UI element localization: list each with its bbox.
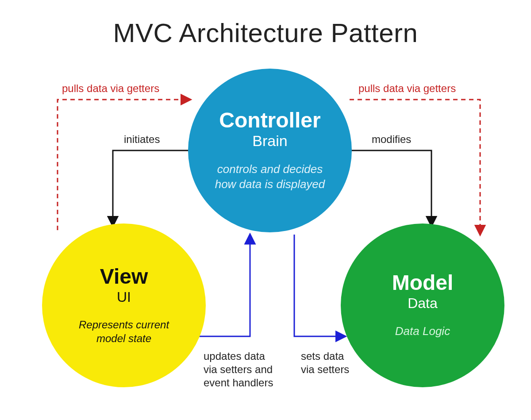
arrow-sets xyxy=(294,235,345,336)
view-title: View xyxy=(100,266,148,288)
model-description: Data Logic xyxy=(395,324,450,339)
arrow-modifies xyxy=(350,150,431,226)
model-subtitle: Data xyxy=(408,295,438,312)
view-description: Represents current model state xyxy=(79,318,169,345)
label-initiates: initiates xyxy=(124,133,160,146)
diagram-stage: MVC Architecture Pattern Controlle xyxy=(0,0,531,420)
arrow-pulls-left xyxy=(58,100,190,230)
controller-subtitle: Brain xyxy=(252,132,287,150)
controller-title: Controller xyxy=(219,109,320,131)
label-updates: updates data via setters and event handl… xyxy=(204,350,273,389)
node-controller: Controller Brain controls and decides ho… xyxy=(188,69,352,232)
arrow-updates xyxy=(199,235,250,336)
arrow-initiates xyxy=(113,150,190,226)
label-pulls-left: pulls data via getters xyxy=(62,82,159,95)
node-view: View UI Represents current model state xyxy=(42,223,206,387)
node-model: Model Data Data Logic xyxy=(341,223,504,387)
controller-description: controls and decides how data is display… xyxy=(215,162,325,192)
label-modifies: modifies xyxy=(372,133,411,146)
arrow-pulls-right xyxy=(350,100,480,235)
label-pulls-right: pulls data via getters xyxy=(358,82,456,95)
label-sets: sets data via setters xyxy=(301,350,349,376)
view-subtitle: UI xyxy=(117,289,131,305)
diagram-title: MVC Architecture Pattern xyxy=(0,18,531,48)
model-title: Model xyxy=(392,272,454,294)
